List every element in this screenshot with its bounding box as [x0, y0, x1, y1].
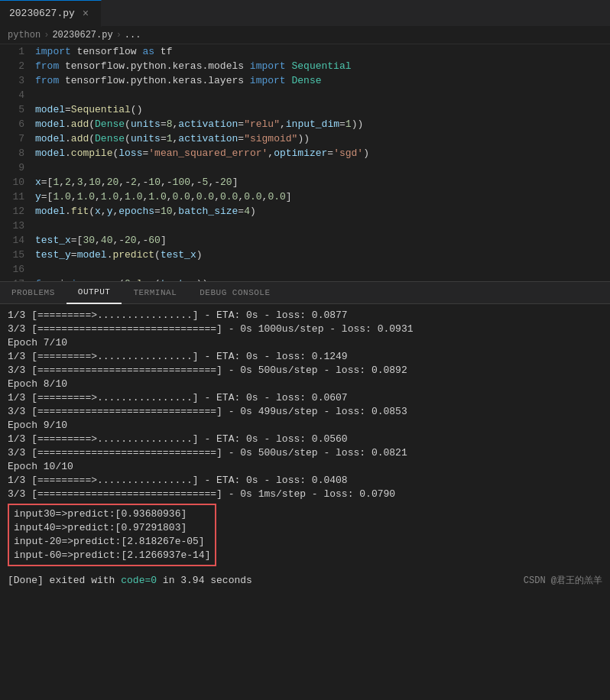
line-number: 14 [0, 233, 32, 248]
line-number: 10 [0, 175, 32, 190]
line-number: 7 [0, 131, 32, 146]
line-number: 4 [0, 88, 32, 102]
line-content: model.add(Dense(units=8,activation="relu… [32, 117, 610, 131]
line-content: model=Sequential() [32, 102, 610, 117]
line-content: for i in range(0,len(test_x)): [32, 277, 610, 281]
tab-output[interactable]: OUTPUT [67, 281, 122, 304]
list-item: 3/3 [==============================] - 0… [8, 405, 602, 419]
line-content: import tensorflow as tf [32, 44, 610, 59]
table-row: 2from tensorflow.python.keras.models imp… [0, 59, 610, 73]
table-row: 10x=[1,2,3,10,20,-2,-10,-100,-5,-20] [0, 175, 610, 190]
table-row: 6model.add(Dense(units=8,activation="rel… [0, 117, 610, 131]
table-row: 1import tensorflow as tf [0, 44, 610, 59]
breadcrumb-sep1: › [44, 30, 49, 41]
table-row: 11y=[1.0,1.0,1.0,1.0,1.0,0.0,0.0,0.0,0.0… [0, 190, 610, 204]
table-row: 17for i in range(0,len(test_x)): [0, 277, 610, 281]
line-number: 11 [0, 190, 32, 204]
done-text: [Done] exited with code=0 in 3.94 second… [8, 575, 252, 586]
list-item: input-60=>predict:[2.1266937e-14] [14, 549, 210, 562]
table-row: 8model.compile(loss='mean_squared_error'… [0, 146, 610, 160]
code-lines: 1import tensorflow as tf2from tensorflow… [0, 44, 610, 281]
line-number: 6 [0, 117, 32, 131]
list-item: Epoch 10/10 [8, 460, 602, 474]
panel-tabs: PROBLEMS OUTPUT TERMINAL DEBUG CONSOLE [0, 281, 610, 304]
list-item: 1/3 [=========>................] - ETA: … [8, 433, 602, 446]
table-row: 9 [0, 160, 610, 175]
prediction-box: input30=>predict:[0.93680936]input40=>pr… [8, 504, 216, 566]
line-number: 13 [0, 219, 32, 233]
table-row: 16 [0, 262, 610, 277]
list-item: 3/3 [==============================] - 0… [8, 364, 602, 378]
line-content: y=[1.0,1.0,1.0,1.0,1.0,0.0,0.0,0.0,0.0,0… [32, 190, 610, 204]
line-content [32, 262, 610, 277]
table-row: 12model.fit(x,y,epochs=10,batch_size=4) [0, 204, 610, 219]
tab-debug[interactable]: DEBUG CONSOLE [188, 281, 281, 304]
table-row: 14test_x=[30,40,-20,-60] [0, 233, 610, 248]
tab-filename: 20230627.py [9, 8, 75, 19]
breadcrumb-dots: ... [125, 30, 141, 41]
tab-bar: 20230627.py × [0, 0, 610, 27]
list-item: 1/3 [=========>................] - ETA: … [8, 391, 602, 405]
line-number: 1 [0, 44, 32, 59]
line-number: 2 [0, 59, 32, 73]
list-item: 1/3 [=========>................] - ETA: … [8, 309, 602, 322]
list-item: 1/3 [=========>................] - ETA: … [8, 350, 602, 364]
line-content: test_y=model.predict(test_x) [32, 248, 610, 262]
breadcrumb-python: python [8, 30, 41, 41]
line-content: test_x=[30,40,-20,-60] [32, 233, 610, 248]
line-number: 8 [0, 146, 32, 160]
line-content [32, 88, 610, 102]
table-row: 3from tensorflow.python.keras.layers imp… [0, 73, 610, 88]
line-content: from tensorflow.python.keras.models impo… [32, 59, 610, 73]
list-item: 1/3 [=========>................] - ETA: … [8, 474, 602, 488]
line-number: 17 [0, 277, 32, 281]
line-content [32, 219, 610, 233]
line-content: x=[1,2,3,10,20,-2,-10,-100,-5,-20] [32, 175, 610, 190]
table-row: 5model=Sequential() [0, 102, 610, 117]
breadcrumb-sep2: › [116, 30, 122, 41]
line-content: model.compile(loss='mean_squared_error',… [32, 146, 610, 160]
line-content: model.fit(x,y,epochs=10,batch_size=4) [32, 204, 610, 219]
line-content: from tensorflow.python.keras.layers impo… [32, 73, 610, 88]
list-item: Epoch 8/10 [8, 378, 602, 391]
list-item: Epoch 7/10 [8, 336, 602, 350]
list-item: 3/3 [==============================] - 0… [8, 322, 602, 336]
list-item: input40=>predict:[0.97291803] [14, 521, 210, 535]
table-row: 15test_y=model.predict(test_x) [0, 248, 610, 262]
list-item: 3/3 [==============================] - 0… [8, 446, 602, 460]
line-number: 12 [0, 204, 32, 219]
table-row: 4 [0, 88, 610, 102]
line-content [32, 160, 610, 175]
line-number: 3 [0, 73, 32, 88]
output-area: 1/3 [=========>................] - ETA: … [0, 304, 610, 571]
list-item: input-20=>predict:[2.818267e-05] [14, 535, 210, 549]
line-number: 5 [0, 102, 32, 117]
line-number: 15 [0, 248, 32, 262]
table-row: 7model.add(Dense(units=1,activation="sig… [0, 131, 610, 146]
file-tab[interactable]: 20230627.py × [0, 0, 102, 27]
breadcrumb: python › 20230627.py › ... [0, 27, 610, 44]
breadcrumb-file: 20230627.py [52, 30, 112, 41]
list-item: 3/3 [==============================] - 0… [8, 488, 602, 501]
table-row: 13 [0, 219, 610, 233]
line-number: 16 [0, 262, 32, 277]
tab-close-button[interactable]: × [79, 8, 92, 20]
list-item: input30=>predict:[0.93680936] [14, 507, 210, 521]
tab-problems[interactable]: PROBLEMS [0, 281, 67, 304]
line-content: model.add(Dense(units=1,activation="sigm… [32, 131, 610, 146]
tab-terminal[interactable]: TERMINAL [122, 281, 188, 304]
code-editor: 1import tensorflow as tf2from tensorflow… [0, 44, 610, 281]
csdn-credit: CSDN @君王的羔羊 [524, 574, 602, 587]
list-item: Epoch 9/10 [8, 419, 602, 433]
line-number: 9 [0, 160, 32, 175]
